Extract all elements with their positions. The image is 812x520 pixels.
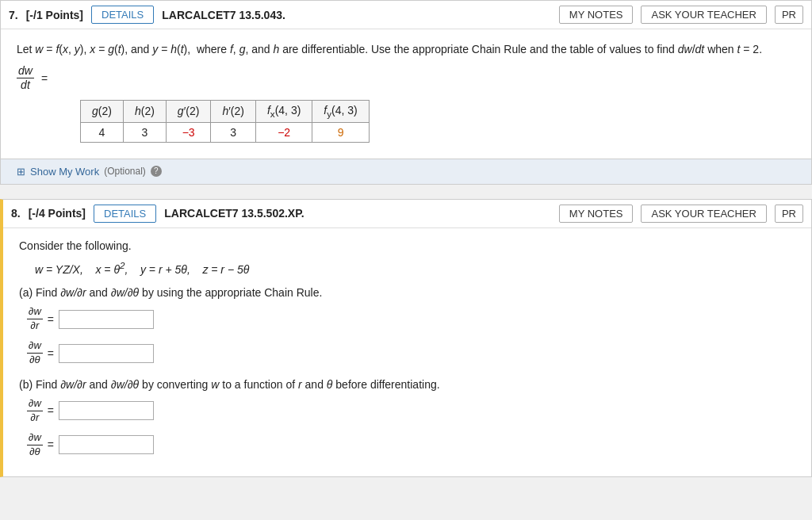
q8-b-dw-dr-row: ∂w ∂r = [27,397,795,425]
q7-points: [-/1 Points] [26,9,83,21]
q7-problem-text: Let w = f(x, y), x = g(t), and y = h(t),… [17,40,795,58]
q7-col-fx: fx(4, 3) [255,100,312,122]
q7-val-g2: 4 [81,122,124,142]
q8-a-dw-dr-fraction: ∂w ∂r [27,305,43,333]
q7-val-h2: 3 [123,122,166,142]
q8-b-dw-dtheta-fraction: ∂w ∂θ [27,431,43,459]
q7-val-hp2: 3 [211,122,256,142]
q8-number: 8. [11,207,21,220]
q7-val-gp2: −3 [166,122,211,142]
q7-number: 7. [9,9,18,21]
q7-col-h2: h(2) [123,100,166,122]
q8-b-dw-dtheta-input[interactable] [59,435,154,454]
q8-my-notes-button[interactable]: MY NOTES [559,205,634,223]
q8-b-dw-dr-fraction: ∂w ∂r [27,397,43,425]
q8-details-button[interactable]: DETAILS [94,205,156,223]
q8-id: LARCALCET7 13.5.502.XP. [164,207,551,220]
q7-id: LARCALCET7 13.5.043. [162,9,551,21]
q8-a-dw-dtheta-row: ∂w ∂θ = [27,339,795,367]
q8-b-dtheta-den: ∂θ [28,445,41,459]
q7-optional-label: (Optional) [104,166,146,177]
q7-col-fy: fy(4, 3) [312,100,369,122]
q7-dw-den: dt [19,78,32,92]
question-8-header: 8. [-/4 Points] DETAILS LARCALCET7 13.5.… [3,200,811,228]
q7-dw-dt-row: dw dt = [17,64,795,92]
question-7-block: 7. [-/1 Points] DETAILS LARCALCET7 13.5.… [0,0,812,185]
q8-a-dtheta-den: ∂θ [28,354,41,367]
q8-part-b-label: (b) Find ∂w/∂r and ∂w/∂θ by converting w… [19,378,795,391]
q8-b-dr-equals: = [48,404,54,417]
q7-table-row: 4 3 −3 3 −2 9 [81,122,370,142]
q7-col-hp2: h′(2) [211,100,256,122]
q8-pr-button[interactable]: PR [775,205,803,223]
q8-ask-teacher-button[interactable]: ASK YOUR TEACHER [641,205,766,223]
q8-a-dr-den: ∂r [29,319,41,333]
q8-b-dw-num: ∂w [27,397,43,411]
q8-points: [-/4 Points] [29,207,86,220]
q8-b-dr-den: ∂r [29,411,41,425]
q8-formula-line: w = YZ/X, x = θ2, y = r + 5θ, z = r − 5θ [35,260,795,276]
q7-details-button[interactable]: DETAILS [91,6,154,24]
q7-ask-teacher-button[interactable]: ASK YOUR TEACHER [641,6,766,24]
q7-pr-button[interactable]: PR [775,6,803,24]
q8-a-dw-dtheta-fraction: ∂w ∂θ [27,339,43,367]
q7-show-work-bar[interactable]: ⊞ Show My Work (Optional) ? [1,159,811,184]
q8-a-dw-dr-row: ∂w ∂r = [27,305,795,333]
q8-b-dw-dr-input[interactable] [59,401,154,420]
q7-dw-num: dw [17,64,34,78]
q8-b-dw-dtheta-row: ∂w ∂θ = [27,431,795,459]
q7-show-work-label: Show My Work [30,166,99,178]
q8-body: Consider the following. w = YZ/X, x = θ2… [3,228,811,476]
q7-col-g2: g(2) [81,100,124,122]
q8-part-a-label: (a) Find ∂w/∂r and ∂w/∂θ by using the ap… [19,286,795,299]
q7-values-table: g(2) h(2) g′(2) h′(2) fx(4, 3) fy(4, 3) … [80,100,370,143]
q7-body: Let w = f(x, y), x = g(t), and y = h(t),… [1,29,811,159]
q7-help-icon[interactable]: ? [151,166,162,177]
q7-val-fx: −2 [255,122,312,142]
q8-a-dw-dr-input[interactable] [59,310,154,329]
q8-consider-text: Consider the following. [19,239,795,252]
q8-a-dr-equals: = [48,313,54,326]
q7-val-fy: 9 [312,122,369,142]
q7-equals: = [41,72,48,85]
question-7-header: 7. [-/1 Points] DETAILS LARCALCET7 13.5.… [1,1,811,29]
q8-a-dtheta-equals: = [48,347,54,360]
q8-b-dtheta-equals: = [48,438,54,451]
q7-table-wrapper: g(2) h(2) g′(2) h′(2) fx(4, 3) fy(4, 3) … [80,100,795,143]
q8-a-dw-dtheta-input[interactable] [59,344,154,363]
q8-b-dwt-num: ∂w [27,431,43,445]
q7-col-gp2: g′(2) [166,100,211,122]
q8-a-dw-num: ∂w [27,305,43,319]
q7-my-notes-button[interactable]: MY NOTES [559,6,634,24]
q7-dw-dt-fraction: dw dt [17,64,34,92]
q8-a-dwt-num: ∂w [27,339,43,354]
question-8-block: 8. [-/4 Points] DETAILS LARCALCET7 13.5.… [0,199,812,477]
plus-icon: ⊞ [17,166,25,178]
